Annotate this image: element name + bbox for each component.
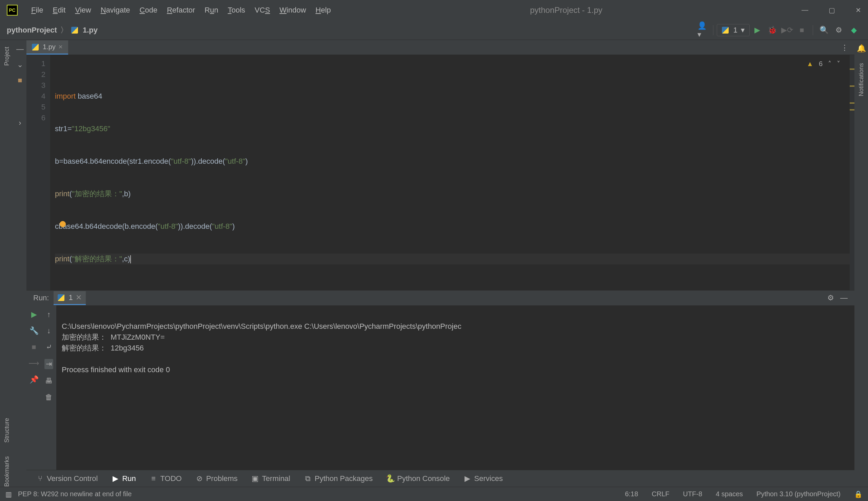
menu-file[interactable]: File (31, 6, 43, 14)
breadcrumb-file[interactable]: 1.py (83, 26, 98, 34)
menu-tools[interactable]: Tools (228, 6, 245, 14)
python-icon (57, 294, 64, 301)
hide-tool-icon[interactable]: — (840, 294, 848, 302)
code-editor[interactable]: ▲ 6 ˄ ˅ import base64 str1="12bg3456" b=… (50, 55, 850, 290)
python-console-button[interactable]: 🐍Python Console (387, 474, 449, 483)
up-icon[interactable]: ↑ (47, 310, 51, 319)
run-settings-icon[interactable]: ⚙ (827, 294, 834, 302)
status-widgets-icon[interactable]: ▥ (6, 490, 12, 498)
menu-refactor[interactable]: Refactor (167, 6, 195, 14)
next-highlight-icon[interactable]: ˅ (837, 58, 840, 69)
coverage-button[interactable]: ▶⟳ (782, 25, 792, 35)
notifications-tool-button[interactable]: Notifications (858, 63, 865, 96)
status-message: PEP 8: W292 no newline at end of file (18, 490, 611, 498)
warning-mark[interactable] (850, 68, 855, 70)
navigation-bar: pythonProject 〉 1.py 👤▾ 1 ▾ ▶ 🐞 ▶⟳ ■ 🔍 ⚙… (0, 20, 868, 40)
close-run-tab-icon[interactable]: ✕ (76, 293, 82, 302)
code-token: base64 (76, 92, 102, 100)
run-button[interactable]: ▶ (752, 25, 762, 35)
separator (813, 25, 813, 35)
menu-code[interactable]: Code (140, 6, 158, 14)
print-icon[interactable]: 🖶 (45, 376, 53, 385)
menu-vcs[interactable]: VCS (255, 6, 270, 14)
warning-mark[interactable] (850, 85, 855, 87)
alert-icon: ⊘ (196, 475, 203, 482)
tab-more-icon[interactable]: ⋮ (841, 43, 848, 52)
warning-mark[interactable] (850, 103, 855, 104)
bookmarks-tool-button[interactable]: Bookmarks (3, 456, 11, 487)
add-user-icon[interactable]: 👤▾ (697, 25, 707, 35)
menu-help[interactable]: Help (316, 6, 331, 14)
menu-edit[interactable]: Edit (53, 6, 65, 14)
bottom-tool-strip: ⑂Version Control ▶Run ≡TODO ⊘Problems ▣T… (27, 470, 855, 487)
warning-mark[interactable] (850, 109, 855, 110)
caret-position[interactable]: 6:18 (625, 490, 638, 498)
error-stripe[interactable] (850, 55, 855, 290)
code-token: )).decode( (178, 222, 212, 231)
inspection-widget[interactable]: ▲ 6 ˄ ˅ (807, 58, 840, 69)
todo-button[interactable]: ≡TODO (150, 474, 182, 483)
menu-window[interactable]: Window (279, 6, 306, 14)
trash-icon[interactable]: 🗑 (45, 393, 53, 402)
version-control-button[interactable]: ⑂Version Control (36, 474, 98, 483)
code-token: "utf-8" (171, 157, 191, 166)
menu-view[interactable]: View (75, 6, 91, 14)
search-icon[interactable]: 🔍 (819, 25, 829, 35)
code-token: print (55, 190, 70, 198)
minimize-icon[interactable]: — (802, 6, 808, 14)
main-menu: File Edit View Navigate Code Refactor Ru… (31, 6, 331, 14)
close-icon[interactable]: ✕ (856, 6, 861, 14)
wrench-icon[interactable]: 🔧 (30, 327, 39, 335)
project-tool-button[interactable]: Project (3, 47, 11, 66)
file-encoding[interactable]: UTF-8 (683, 490, 702, 498)
run-tool-button[interactable]: ▶Run (112, 474, 136, 483)
menu-navigate[interactable]: Navigate (101, 6, 130, 14)
down-icon[interactable]: ↓ (47, 327, 51, 335)
console-output[interactable]: C:\Users\lenovo\PycharmProjects\pythonPr… (56, 306, 855, 470)
folder-icon[interactable]: ■ (18, 76, 22, 85)
line-number: 3 (27, 80, 45, 91)
pin-icon[interactable]: 📌 (30, 375, 39, 384)
code-token: "utf-8" (225, 157, 245, 166)
editor-tab[interactable]: 1.py ✕ (27, 40, 68, 55)
debug-button[interactable]: 🐞 (767, 25, 777, 35)
main-area: Project Structure Bookmarks — ⌄ ■ › 1.py… (0, 40, 868, 487)
notifications-bell-icon[interactable]: 🔔 (857, 44, 866, 53)
settings-icon[interactable]: ⚙ (834, 25, 844, 35)
left-tool-stripe: Project Structure Bookmarks (0, 40, 13, 487)
prev-highlight-icon[interactable]: ˄ (828, 58, 832, 69)
line-number: 5 (27, 102, 45, 113)
terminal-button[interactable]: ▣Terminal (252, 474, 290, 483)
line-number: 2 (27, 69, 45, 80)
collapse-icon[interactable]: — (16, 45, 24, 54)
breadcrumb-project[interactable]: pythonProject (7, 26, 57, 34)
interpreter-widget[interactable]: Python 3.10 (pythonProject) (756, 490, 840, 498)
menu-run[interactable]: Run (204, 6, 218, 14)
structure-tool-button[interactable]: Structure (3, 418, 11, 443)
problems-button[interactable]: ⊘Problems (196, 474, 238, 483)
code-token: ,c) (122, 255, 130, 263)
rerun-icon[interactable]: ▶ (31, 310, 37, 319)
scroll-to-end-icon[interactable]: ⇥ (44, 359, 53, 369)
stop-run-icon[interactable]: ■ (32, 343, 36, 352)
run-tab[interactable]: 1 ✕ (54, 291, 85, 305)
line-separator[interactable]: CRLF (652, 490, 669, 498)
lock-icon[interactable]: 🔒 (854, 490, 862, 498)
toolbox-icon[interactable]: ◆ (849, 25, 858, 35)
services-button[interactable]: ▶Services (464, 474, 503, 483)
python-packages-button[interactable]: ⧉Python Packages (305, 474, 373, 483)
indent-widget[interactable]: 4 spaces (716, 490, 743, 498)
intention-bulb-icon[interactable] (60, 221, 66, 227)
line-gutter: 1 2 3 4 5 6 (27, 55, 50, 290)
tree-chevron-right-icon[interactable]: › (19, 119, 21, 127)
warning-icon: ▲ (807, 58, 813, 69)
tree-chevron-down-icon[interactable]: ⌄ (17, 60, 23, 69)
editor-body: 1 2 3 4 5 6 ▲ 6 ˄ ˅ import base64 str1="… (27, 55, 855, 290)
python-icon (722, 27, 729, 34)
soft-wrap-icon[interactable]: ⤶ (46, 343, 52, 352)
close-tab-icon[interactable]: ✕ (58, 44, 63, 50)
run-config-selector[interactable]: 1 ▾ (717, 24, 750, 36)
exit-icon[interactable]: ⟶ (29, 359, 39, 368)
stop-button[interactable]: ■ (797, 25, 807, 35)
maximize-icon[interactable]: ▢ (829, 6, 835, 14)
